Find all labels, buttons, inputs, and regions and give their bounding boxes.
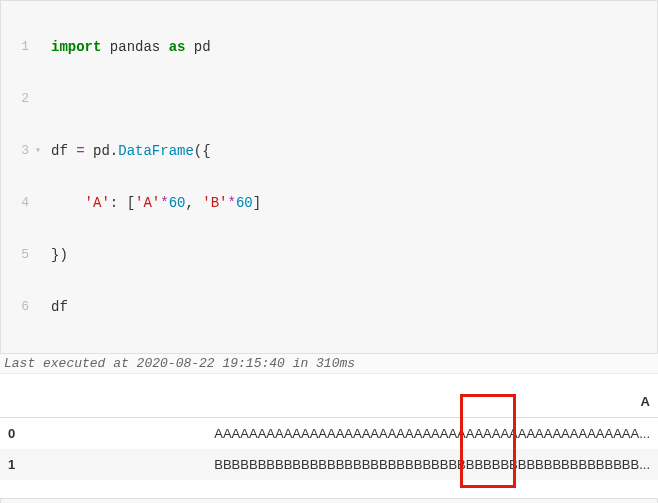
dataframe-table-1: A 0 AAAAAAAAAAAAAAAAAAAAAAAAAAAAAAAAAAAA… — [0, 386, 658, 480]
code-cell-1: 1 import pandas as pd 2 3 ▾ df = pd.Data… — [0, 0, 658, 374]
code-cell-2: 1 pd.set_option('display.max_colwidth', … — [0, 498, 658, 503]
code-editor-2[interactable]: 1 pd.set_option('display.max_colwidth', … — [0, 498, 658, 503]
code-line-6: df — [45, 297, 657, 317]
gutter-line-number: 1 — [1, 37, 31, 57]
gutter-line-number: 6 — [1, 297, 31, 317]
code-line-5: }) — [45, 245, 657, 265]
cell-value: BBBBBBBBBBBBBBBBBBBBBBBBBBBBBBBBBBBBBBBB… — [36, 449, 658, 480]
code-editor-1[interactable]: 1 import pandas as pd 2 3 ▾ df = pd.Data… — [0, 0, 658, 354]
code-line-4: 'A': ['A'*60, 'B'*60] — [45, 193, 657, 213]
fold-marker-icon[interactable]: ▾ — [31, 141, 45, 161]
table-row: 0 AAAAAAAAAAAAAAAAAAAAAAAAAAAAAAAAAAAAAA… — [0, 418, 658, 450]
row-index: 0 — [0, 418, 36, 450]
gutter-line-number: 2 — [1, 89, 31, 109]
execution-info-1: Last executed at 2020-08-22 19:15:40 in … — [0, 354, 658, 374]
cell-value: AAAAAAAAAAAAAAAAAAAAAAAAAAAAAAAAAAAAAAAA… — [36, 418, 658, 450]
output-1: A 0 AAAAAAAAAAAAAAAAAAAAAAAAAAAAAAAAAAAA… — [0, 386, 658, 480]
row-index: 1 — [0, 449, 36, 480]
code-line-1: import pandas as pd — [45, 37, 657, 57]
gutter-line-number: 3 — [1, 141, 31, 161]
code-line-3: df = pd.DataFrame({ — [45, 141, 657, 161]
column-header-A: A — [36, 386, 658, 418]
table-corner — [0, 386, 36, 418]
gutter-line-number: 4 — [1, 193, 31, 213]
gutter-line-number: 5 — [1, 245, 31, 265]
table-row: 1 BBBBBBBBBBBBBBBBBBBBBBBBBBBBBBBBBBBBBB… — [0, 449, 658, 480]
